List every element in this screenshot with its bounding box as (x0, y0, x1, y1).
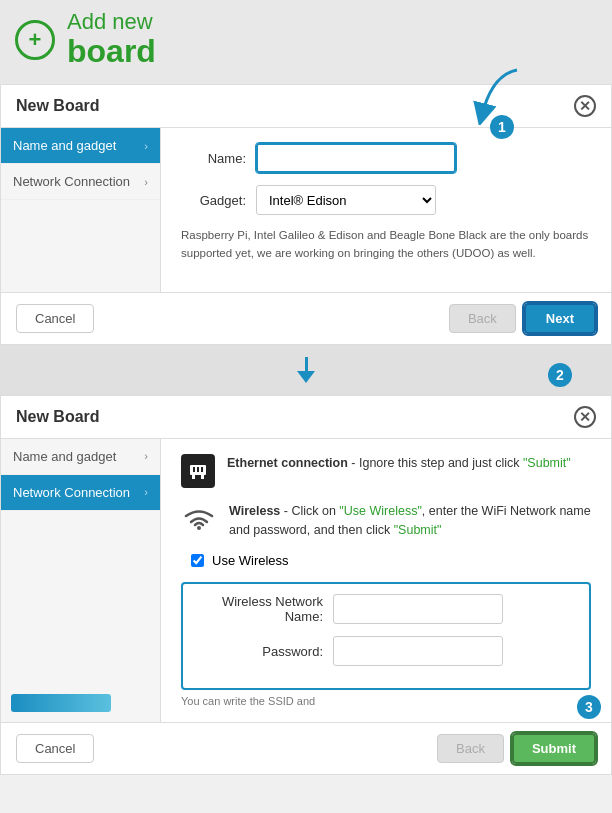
chevron-right-icon-3: › (144, 450, 148, 462)
sidebar-2-item-network[interactable]: Network Connection › (1, 475, 160, 511)
sidebar-logo (11, 694, 111, 712)
svg-rect-2 (201, 475, 204, 479)
svg-rect-4 (197, 467, 199, 472)
name-input[interactable] (256, 143, 456, 173)
panel-2-content: Ethernet connection - Ignore this step a… (161, 439, 611, 723)
sidebar-item-network[interactable]: Network Connection › (1, 164, 160, 200)
sidebar-2-item-network-label: Network Connection (13, 485, 130, 500)
ethernet-icon (181, 454, 215, 488)
arrow-2-container: 2 (0, 345, 612, 395)
panel-2-footer: Cancel Back Submit 3 (1, 722, 611, 774)
ethernet-text-bold: Ethernet connection (227, 456, 348, 470)
wireless-row: Wireless - Click on "Use Wireless", ente… (181, 502, 591, 540)
wireless-text-1: - Click on (280, 504, 339, 518)
use-wireless-link: "Use Wireless" (339, 504, 422, 518)
name-row: Name: (181, 143, 591, 173)
svg-rect-3 (193, 467, 195, 472)
sidebar-2-item-name-gadget[interactable]: Name and gadget › (1, 439, 160, 475)
panel-1-body: Name and gadget › Network Connection › N… (1, 128, 611, 292)
panel-1-footer: Cancel Back Next (1, 292, 611, 344)
use-wireless-checkbox[interactable] (191, 554, 204, 567)
chevron-right-icon-4: › (144, 486, 148, 498)
wireless-text: Wireless - Click on "Use Wireless", ente… (229, 502, 591, 540)
use-wireless-row: Use Wireless (191, 553, 591, 568)
panel-1-next-button[interactable]: Next (524, 303, 596, 334)
sidebar-2-item-name-gadget-label: Name and gadget (13, 449, 116, 464)
panel-1-close-button[interactable]: ✕ (574, 95, 596, 117)
ssid-info-text: You can write the SSID and (181, 695, 591, 707)
svg-rect-5 (201, 467, 203, 472)
panel-2-body: Name and gadget › Network Connection › (1, 439, 611, 723)
sidebar-item-name-gadget-label: Name and gadget (13, 138, 116, 153)
panel-2-back-button[interactable]: Back (437, 734, 504, 763)
ethernet-submit-link: "Submit" (523, 456, 571, 470)
panel-1-cancel-button[interactable]: Cancel (16, 304, 94, 333)
name-label: Name: (181, 151, 246, 166)
panel-2: New Board ✕ Name and gadget › Network Co… (0, 395, 612, 776)
use-wireless-label: Use Wireless (212, 553, 289, 568)
header-text: Add new board (67, 10, 156, 69)
chevron-right-icon: › (144, 140, 148, 152)
ethernet-svg (188, 462, 208, 480)
sidebar-item-network-label: Network Connection (13, 174, 130, 189)
arrow-2-shaft (305, 357, 308, 371)
chevron-right-icon-2: › (144, 176, 148, 188)
header-area: + Add new board 1 (0, 0, 612, 84)
panel-2-submit-button[interactable]: Submit (512, 733, 596, 764)
panel-1-info-text: Raspberry Pi, Intel Galileo & Edison and… (181, 227, 591, 262)
panel-2-footer-right: Back Submit (437, 733, 596, 764)
gadget-row: Gadget: Intel® Edison Raspberry Pi Intel… (181, 185, 591, 215)
panel-2-close-button[interactable]: ✕ (574, 406, 596, 428)
panel-2-sidebar: Name and gadget › Network Connection › (1, 439, 161, 723)
add-new-label: Add new (67, 10, 156, 34)
ethernet-row: Ethernet connection - Ignore this step a… (181, 454, 591, 488)
password-input[interactable] (333, 636, 503, 666)
ethernet-text-middle: - Ignore this step and just click (348, 456, 523, 470)
network-inputs-highlighted: Wireless Network Name: Password: (181, 582, 591, 690)
panel-1-title: New Board (16, 97, 100, 115)
panel-1-footer-right: Back Next (449, 303, 596, 334)
arrow-2-inner (297, 357, 315, 383)
arrow-2-head (297, 371, 315, 383)
panel-1-content: Name: Gadget: Intel® Edison Raspberry Pi… (161, 128, 611, 292)
panel-2-title: New Board (16, 408, 100, 426)
wifi-svg (182, 506, 216, 534)
step-1-badge: 1 (490, 115, 514, 139)
sidebar-item-name-gadget[interactable]: Name and gadget › (1, 128, 160, 164)
panel-1-sidebar: Name and gadget › Network Connection › (1, 128, 161, 292)
wireless-submit-link: "Submit" (394, 523, 442, 537)
password-row: Password: (193, 636, 579, 666)
ethernet-text: Ethernet connection - Ignore this step a… (227, 454, 571, 473)
board-label: board (67, 34, 156, 69)
panel-2-header: New Board ✕ (1, 396, 611, 439)
wifi-icon (181, 502, 217, 538)
svg-rect-1 (192, 475, 195, 479)
wireless-network-name-input[interactable] (333, 594, 503, 624)
panel-2-cancel-button[interactable]: Cancel (16, 734, 94, 763)
password-label: Password: (193, 644, 323, 659)
gadget-label: Gadget: (181, 193, 246, 208)
arrow-1-container: 1 (472, 65, 532, 139)
network-name-row: Wireless Network Name: (193, 594, 579, 624)
add-board-icon: + (15, 20, 55, 60)
gadget-select[interactable]: Intel® Edison Raspberry Pi Intel® Galile… (256, 185, 436, 215)
panel-1-back-button[interactable]: Back (449, 304, 516, 333)
network-name-label: Wireless Network Name: (193, 594, 323, 624)
step-2-badge: 2 (548, 363, 572, 387)
wireless-text-bold: Wireless (229, 504, 280, 518)
